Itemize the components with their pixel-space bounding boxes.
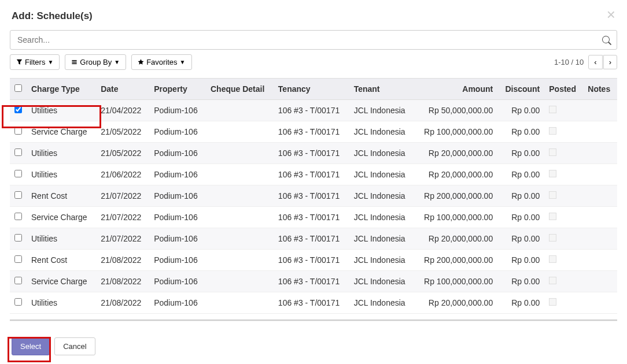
cell-date: 21/08/2022 <box>96 271 149 292</box>
cell-cheque-detail <box>206 185 274 207</box>
select-button[interactable]: Select <box>12 337 50 355</box>
header-tenancy[interactable]: Tenancy <box>274 79 349 100</box>
cell-discount: Rp 0.00 <box>497 185 544 207</box>
pager-prev-button[interactable]: ‹ <box>588 55 602 69</box>
table-row[interactable]: Utilities21/04/2022Podium-106106 #3 - T/… <box>10 100 617 121</box>
header-select-all <box>10 79 27 100</box>
favorites-button[interactable]: Favorites ▼ <box>131 54 191 70</box>
row-checkbox[interactable] <box>14 298 22 306</box>
cell-charge-type: Rent Cost <box>27 185 96 207</box>
cell-cheque-detail <box>206 271 274 292</box>
posted-checkbox <box>549 298 556 306</box>
cell-posted <box>544 207 583 228</box>
cell-date: 21/08/2022 <box>96 292 149 314</box>
cell-tenancy: 106 #3 - T/00171 <box>274 164 349 185</box>
posted-checkbox <box>549 170 556 177</box>
modal-title: Add: Schedule(s) <box>12 10 93 22</box>
row-checkbox[interactable] <box>14 127 22 135</box>
search-icon <box>602 36 611 45</box>
pager-next-button[interactable]: › <box>603 55 617 69</box>
cell-cheque-detail <box>206 250 274 271</box>
group-by-button[interactable]: Group By ▼ <box>65 54 126 70</box>
list-icon <box>71 59 78 65</box>
row-select-cell <box>10 292 27 314</box>
search-input[interactable] <box>10 30 617 50</box>
header-discount[interactable]: Discount <box>497 79 544 100</box>
row-checkbox[interactable] <box>14 213 22 220</box>
row-select-cell <box>10 228 27 250</box>
row-select-cell <box>10 143 27 164</box>
cell-notes <box>583 271 617 292</box>
cell-amount: Rp 50,000,000.00 <box>414 100 497 121</box>
header-date[interactable]: Date <box>96 79 149 100</box>
row-checkbox[interactable] <box>14 234 22 242</box>
cancel-button[interactable]: Cancel <box>54 337 95 355</box>
cell-date: 21/05/2022 <box>96 121 149 143</box>
cell-posted <box>544 228 583 250</box>
cell-property: Podium-106 <box>149 143 206 164</box>
schedules-table: Charge Type Date Property Cheque Detail … <box>10 78 617 314</box>
cell-amount: Rp 200,000,000.00 <box>414 185 497 207</box>
cell-date: 21/07/2022 <box>96 228 149 250</box>
chevron-left-icon: ‹ <box>594 58 596 66</box>
pager-info: 1-10 / 10 <box>554 58 584 66</box>
cell-tenancy: 106 #3 - T/00171 <box>274 100 349 121</box>
cell-notes <box>583 250 617 271</box>
table-row[interactable]: Utilities21/08/2022Podium-106106 #3 - T/… <box>10 292 617 314</box>
cell-tenancy: 106 #3 - T/00171 <box>274 292 349 314</box>
table-row[interactable]: Utilities21/06/2022Podium-106106 #3 - T/… <box>10 164 617 185</box>
cell-posted <box>544 121 583 143</box>
close-button[interactable]: × <box>607 7 615 22</box>
posted-checkbox <box>549 148 556 156</box>
row-select-cell <box>10 207 27 228</box>
posted-checkbox <box>549 213 556 220</box>
table-row[interactable]: Rent Cost21/08/2022Podium-106106 #3 - T/… <box>10 250 617 271</box>
cell-charge-type: Utilities <box>27 100 96 121</box>
table-row[interactable]: Service Charge21/07/2022Podium-106106 #3… <box>10 207 617 228</box>
cell-tenancy: 106 #3 - T/00171 <box>274 250 349 271</box>
row-checkbox[interactable] <box>14 170 22 177</box>
table-row[interactable]: Utilities21/07/2022Podium-106106 #3 - T/… <box>10 228 617 250</box>
header-posted[interactable]: Posted <box>544 79 583 100</box>
cell-tenant: JCL Indonesia <box>349 164 414 185</box>
cell-notes <box>583 143 617 164</box>
table-row[interactable]: Utilities21/05/2022Podium-106106 #3 - T/… <box>10 143 617 164</box>
table-row[interactable]: Service Charge21/05/2022Podium-106106 #3… <box>10 121 617 143</box>
chevron-right-icon: › <box>609 58 611 66</box>
row-select-cell <box>10 271 27 292</box>
header-cheque-detail[interactable]: Cheque Detail <box>206 79 274 100</box>
row-checkbox[interactable] <box>14 191 22 199</box>
cell-cheque-detail <box>206 164 274 185</box>
caret-down-icon: ▼ <box>114 59 120 65</box>
cell-discount: Rp 0.00 <box>497 271 544 292</box>
cell-posted <box>544 292 583 314</box>
row-checkbox[interactable] <box>14 255 22 263</box>
select-all-checkbox[interactable] <box>14 84 22 92</box>
cell-discount: Rp 0.00 <box>497 292 544 314</box>
cell-amount: Rp 20,000,000.00 <box>414 228 497 250</box>
cell-cheque-detail <box>206 207 274 228</box>
modal-header: Add: Schedule(s) × <box>0 0 627 30</box>
header-notes[interactable]: Notes <box>583 79 617 100</box>
star-icon <box>138 59 144 65</box>
cell-charge-type: Utilities <box>27 143 96 164</box>
filters-button[interactable]: Filters ▼ <box>10 54 60 70</box>
row-checkbox[interactable] <box>14 106 22 113</box>
search-button[interactable] <box>602 35 611 45</box>
table-row[interactable]: Rent Cost21/07/2022Podium-106106 #3 - T/… <box>10 185 617 207</box>
cell-tenant: JCL Indonesia <box>349 292 414 314</box>
header-amount[interactable]: Amount <box>414 79 497 100</box>
header-tenant[interactable]: Tenant <box>349 79 414 100</box>
table-row[interactable]: Service Charge21/08/2022Podium-106106 #3… <box>10 271 617 292</box>
cell-discount: Rp 0.00 <box>497 207 544 228</box>
cell-charge-type: Utilities <box>27 164 96 185</box>
close-icon: × <box>607 6 615 23</box>
cell-posted <box>544 143 583 164</box>
cell-posted <box>544 100 583 121</box>
row-checkbox[interactable] <box>14 148 22 156</box>
schedules-table-wrapper: Charge Type Date Property Cheque Detail … <box>10 78 617 314</box>
header-property[interactable]: Property <box>149 79 206 100</box>
header-charge-type[interactable]: Charge Type <box>27 79 96 100</box>
row-checkbox[interactable] <box>14 277 22 284</box>
row-select-cell <box>10 121 27 143</box>
